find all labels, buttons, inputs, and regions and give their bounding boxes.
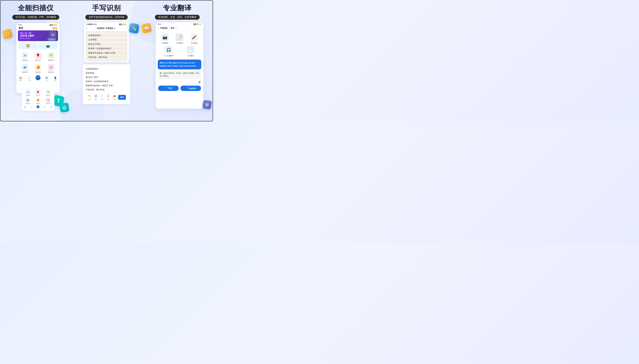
trans-lang-to: 英文 bbox=[171, 27, 174, 30]
phone-status-bar: 9:41 ▌▌▌📶🔋 bbox=[16, 23, 60, 26]
mini-flower[interactable]: 🌹 花卉识别 bbox=[33, 89, 43, 97]
plant-icon: 🌱 bbox=[48, 52, 54, 59]
tool-format[interactable]: ≡ 排版 bbox=[100, 94, 104, 100]
tab-tools[interactable]: ⚙️ 工具 bbox=[42, 76, 51, 82]
mini-plant[interactable]: 🌱 植物识别 bbox=[43, 89, 53, 97]
chat-dots-row: ··· 🔊 bbox=[156, 80, 203, 84]
feature-grid: ⇄ 万能识别 🌹 花卉识别 🌱 植物识别 🐟 动物识别 bbox=[16, 50, 60, 75]
main-columns: 全能扫描仪 文字识别、文档扫描、PDF、实时翻译 ⬚ 9:41 ▌▌▌📶🔋 首页 bbox=[0, 0, 212, 121]
trans-lang-from: 中英混合 bbox=[160, 27, 168, 30]
btn-english[interactable]: 🎤 English bbox=[180, 86, 201, 91]
banner-icon: 📚 bbox=[50, 31, 56, 38]
mini-tab-home[interactable]: 🏠首页 bbox=[22, 106, 28, 108]
grid-item-veg[interactable]: 🌸 蔬菜识别 bbox=[45, 63, 58, 74]
tab-camera[interactable]: 📷 bbox=[34, 76, 42, 82]
mini-veg[interactable]: 🌸 蔬菜识别 bbox=[43, 97, 53, 105]
quick-actions: 🖼️ 📷 bbox=[16, 41, 60, 50]
mini-tab-me[interactable]: 👤我的 bbox=[48, 106, 54, 108]
mini-universal[interactable]: ⇄ 万能识别 bbox=[23, 89, 33, 97]
universal-label: 万能识别 bbox=[22, 59, 28, 61]
mini-veg-icon: 🌸 bbox=[46, 98, 50, 102]
grid-item-fruit[interactable]: 🍊 水果识别 bbox=[32, 63, 44, 74]
trans-audio-icon: 🎧 bbox=[165, 46, 172, 54]
tool-correct-label: 纠错 bbox=[88, 98, 91, 100]
veg-icon: 🌸 bbox=[48, 64, 54, 70]
more-icon[interactable]: ⋯ bbox=[125, 27, 127, 30]
float-scan-icon-1: ⬚ bbox=[2, 28, 13, 39]
mic-icon-zh: 🎤 bbox=[165, 87, 167, 90]
trans-photo-icon: 📷 bbox=[161, 33, 169, 41]
chat-bubble-zh: 额，是这个地方吗，对不起，我也不太熟悉，可以问下其他人 bbox=[158, 70, 201, 79]
tool-copy-label: 复制 bbox=[107, 98, 110, 100]
scan-icon: ⊞ bbox=[202, 100, 212, 110]
col-translation: 专业翻译 支持拍照、文本、语音、文档等翻译 📖 9:41 ▌▌▌📶🔋 ‹ bbox=[142, 0, 212, 121]
grid-item-universal[interactable]: ⇄ 万能识别 bbox=[18, 51, 31, 62]
trans-photo[interactable]: 📷 拍照翻译 bbox=[158, 33, 172, 44]
mini-animal-label: 动物识别 bbox=[26, 103, 30, 104]
trans-lang-buttons: 🎤 中文 🎤 English bbox=[156, 84, 203, 93]
flower-label: 花卉识别 bbox=[35, 59, 41, 61]
back-arrow[interactable]: ‹ bbox=[86, 27, 87, 30]
trans-lang-row: 中英混合 ⇌ 英文 ▾ bbox=[160, 27, 201, 30]
banner-sub: 轻松导入各类文件 bbox=[20, 38, 46, 40]
trans-subtitle: 支持拍照、文本、语音、文档等翻译 bbox=[155, 15, 200, 20]
btn-chinese[interactable]: 🎤 中文 bbox=[158, 86, 179, 91]
mini-universal-label: 万能识别 bbox=[26, 95, 30, 96]
tab-doc[interactable]: 📄 文档 bbox=[25, 76, 34, 82]
mini-animal[interactable]: 🐟 动物识别 bbox=[23, 97, 33, 105]
chat-dots: ··· bbox=[158, 80, 160, 83]
trans-doc[interactable]: 📄 文档翻译 bbox=[180, 46, 201, 57]
mini-tab-tools[interactable]: ⚙️工具 bbox=[41, 106, 48, 108]
fruit-icon: 🍊 bbox=[35, 64, 41, 70]
tool-copy[interactable]: 📋 复制 bbox=[106, 94, 111, 100]
vip-badge: VIP bbox=[52, 27, 58, 29]
hw-status-bar: 小米移动 9:15 ▌▌▌📶🔋 bbox=[84, 22, 129, 26]
trans-sep: ⇌ bbox=[168, 27, 170, 29]
trans-phone-header: ‹ 中英混合 ⇌ 英文 ▾ bbox=[156, 25, 203, 31]
scanner-subtitle: 文字识别、文档扫描、PDF、实时翻译 bbox=[12, 15, 59, 20]
mini-fruit[interactable]: 🍊 水果识别 bbox=[33, 97, 43, 105]
hw-subtitle: 潦草手稿也能快速识别，支持纠错 bbox=[85, 15, 128, 20]
mini-grid: ⇄ 万能识别 🌹 花卉识别 🌱 植物识别 🐟 动物识别 bbox=[22, 88, 54, 106]
tool-translate[interactable]: 🌐 翻译 bbox=[94, 94, 98, 100]
tool-translate-label: 翻译 bbox=[94, 98, 97, 100]
tool-correct[interactable]: ✏️ 纠错 bbox=[87, 94, 92, 100]
speaker-icon[interactable]: 🔊 bbox=[198, 80, 201, 83]
quick-btn-camera[interactable]: 📷 bbox=[38, 42, 58, 50]
hw-title: 手写识别 bbox=[92, 4, 121, 13]
grid-item-plant[interactable]: 🌱 植物识别 bbox=[45, 51, 58, 62]
trans-text[interactable]: 📝 文本翻译 bbox=[173, 33, 186, 44]
quick-btn-image[interactable]: 🖼️ bbox=[18, 42, 38, 50]
trans-audio[interactable]: 🎧 导入音频翻译 bbox=[158, 46, 179, 57]
status-icons: ▌▌▌📶🔋 bbox=[50, 24, 58, 26]
hw-phone-top: 小米移动 9:15 ▌▌▌📶🔋 ‹ 识别语言: 中英混合 ▾ ⋯ bbox=[84, 22, 129, 62]
tab-home[interactable]: 🏠 首页 bbox=[16, 76, 25, 82]
grid-item-flower[interactable]: 🌹 花卉识别 bbox=[32, 51, 44, 62]
mini-tab-cam[interactable]: 📷 bbox=[35, 106, 41, 108]
btn-chinese-label: 中文 bbox=[168, 87, 172, 90]
grid-item-animal[interactable]: 🐟 动物识别 bbox=[18, 63, 31, 74]
btn-english-label: English bbox=[188, 87, 196, 90]
promo-banner[interactable]: 微信 QQ 钉钉 文件导入教学 轻松导入各类文件 📚 点击查看 » bbox=[18, 30, 58, 41]
banner-btn[interactable]: 点击查看 » bbox=[48, 38, 56, 41]
trans-back-arrow[interactable]: ‹ bbox=[158, 26, 159, 30]
mini-fruit-icon: 🍊 bbox=[36, 98, 40, 102]
banner-text: 微信 QQ 钉钉 文件导入教学 轻松导入各类文件 bbox=[20, 32, 46, 40]
app-container: 全能扫描仪 文字识别、文档扫描、PDF、实时翻译 ⬚ 9:41 ▌▌▌📶🔋 首页 bbox=[0, 0, 213, 122]
chat-bubble-en: Well, is it this place? I'm sorry, I'm n… bbox=[158, 60, 201, 70]
save-button[interactable]: 保存 bbox=[118, 95, 126, 100]
trans-text-label: 文本翻译 bbox=[176, 42, 183, 44]
mini-phone: ⇄ 万能识别 🌹 花卉识别 🌱 植物识别 🐟 动物识别 bbox=[22, 88, 54, 111]
tab-me[interactable]: 👤 我的 bbox=[51, 76, 60, 82]
tool-export[interactable]: 📤 导出 bbox=[112, 94, 117, 100]
trans-audio-label: 导入音频翻译 bbox=[164, 55, 174, 57]
mini-tab-doc[interactable]: 📄文档 bbox=[28, 106, 35, 108]
mic-icon-en: 🎤 bbox=[185, 87, 188, 90]
lang-selector[interactable]: 识别语言: 中英混合 ▾ bbox=[97, 27, 115, 30]
col-handwriting: 手写识别 潦草手稿也能快速识别，支持纠错 ✏️ 小米移动 9:15 ▌▌▌📶🔋 … bbox=[71, 0, 142, 121]
trans-voice[interactable]: 🎤 语音翻译 bbox=[188, 33, 201, 44]
scanner-phone: 9:41 ▌▌▌📶🔋 首页 VIP 微信 QQ bbox=[16, 23, 60, 93]
float-power-cube: ⏻ bbox=[60, 103, 69, 112]
nav-title: 首页 bbox=[18, 27, 23, 30]
book-icon: 📖 bbox=[141, 23, 152, 34]
